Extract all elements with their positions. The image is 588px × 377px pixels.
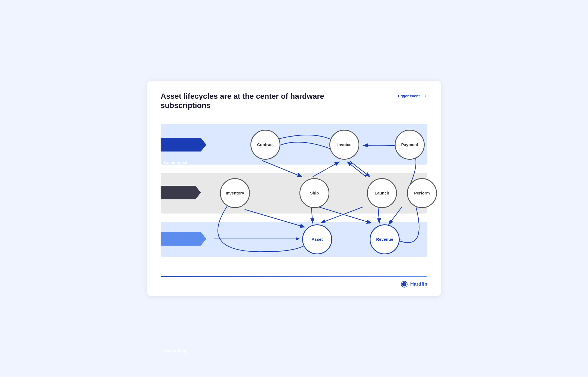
header: Asset lifecycles are at the center of ha… bbox=[161, 92, 427, 110]
node-contract: Contract bbox=[250, 130, 280, 160]
node-inventory: Inventory bbox=[220, 178, 250, 208]
node-launch: Launch bbox=[367, 178, 397, 208]
legend-arrow-icon: → bbox=[422, 93, 427, 99]
diagram: Commercial Assets Accounting Contract In… bbox=[161, 118, 427, 271]
brand-name: Hardfin bbox=[410, 281, 427, 287]
bottom-bar bbox=[161, 276, 427, 277]
node-ship: Ship bbox=[299, 178, 329, 208]
accounting-label-text: Accounting bbox=[164, 348, 186, 353]
node-payment: Payment bbox=[395, 130, 425, 160]
assets-label-text: Assets bbox=[164, 256, 177, 261]
lane-label-assets: Assets bbox=[161, 186, 196, 199]
legend-label: Trigger event bbox=[396, 94, 420, 98]
node-invoice: Invoice bbox=[329, 130, 359, 160]
legend: Trigger event → bbox=[396, 92, 427, 99]
main-card: Asset lifecycles are at the center of ha… bbox=[147, 81, 441, 296]
hardfin-logo-icon bbox=[400, 280, 408, 288]
page-title: Asset lifecycles are at the center of ha… bbox=[161, 92, 351, 110]
commercial-label-text: Commercial bbox=[164, 160, 187, 165]
hardfin-logo: Hardfin bbox=[400, 280, 427, 288]
node-revenue: Revenue bbox=[370, 224, 400, 254]
node-perform: Perform bbox=[407, 178, 437, 208]
lane-label-accounting: Accounting bbox=[161, 232, 201, 246]
footer: Hardfin bbox=[161, 280, 427, 288]
lane-label-commercial: Commercial bbox=[161, 138, 201, 152]
node-asset: Asset bbox=[302, 224, 332, 254]
